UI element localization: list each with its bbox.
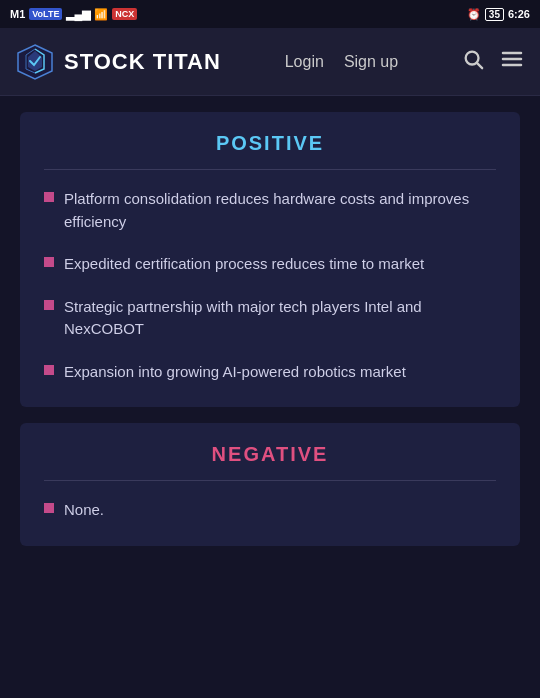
positive-list: Platform consolidation reduces hardware … [44,188,496,383]
list-item: None. [44,499,496,522]
nav-icons [462,47,524,76]
logo-area: STOCK TITAN [16,43,221,81]
search-icon [462,48,484,70]
positive-section: Positive Platform consolidation reduces … [20,112,520,407]
negative-list: None. [44,499,496,522]
main-content: Positive Platform consolidation reduces … [0,96,540,698]
positive-item-2: Expedited certification process reduces … [64,253,424,276]
list-item: Expedited certification process reduces … [44,253,496,276]
ncx-badge: NCX [112,8,137,20]
negative-title: Negative [44,443,496,466]
list-item: Strategic partnership with major tech pl… [44,296,496,341]
search-button[interactable] [462,48,484,75]
status-bar: M1 VoLTE ▂▄▆ 📶 NCX ⏰ 35 6:26 [0,0,540,28]
alarm-icon: ⏰ [467,8,481,21]
hamburger-icon [500,47,524,71]
clock: 6:26 [508,8,530,20]
positive-item-3: Strategic partnership with major tech pl… [64,296,496,341]
status-right: ⏰ 35 6:26 [467,8,530,21]
list-item: Platform consolidation reduces hardware … [44,188,496,233]
svg-line-2 [477,63,482,68]
bullet-icon [44,365,54,375]
bullet-icon [44,192,54,202]
battery-indicator: 35 [485,8,504,21]
logo-text: STOCK TITAN [64,49,221,75]
bullet-icon [44,503,54,513]
negative-divider [44,480,496,481]
negative-section: Negative None. [20,423,520,546]
signal-bars-icon: ▂▄▆ [66,8,90,21]
status-left: M1 VoLTE ▂▄▆ 📶 NCX [10,8,137,21]
bullet-icon [44,257,54,267]
login-link[interactable]: Login [285,53,324,71]
bullet-icon [44,300,54,310]
logo-icon [16,43,54,81]
positive-divider [44,169,496,170]
carrier-label: M1 [10,8,25,20]
negative-item-1: None. [64,499,104,522]
volte-badge: VoLTE [29,8,62,20]
positive-title: Positive [44,132,496,155]
signup-link[interactable]: Sign up [344,53,398,71]
menu-button[interactable] [500,47,524,76]
header: STOCK TITAN Login Sign up [0,28,540,96]
wifi-icon: 📶 [94,8,108,21]
list-item: Expansion into growing AI-powered roboti… [44,361,496,384]
nav-links: Login Sign up [285,53,398,71]
positive-item-1: Platform consolidation reduces hardware … [64,188,496,233]
positive-item-4: Expansion into growing AI-powered roboti… [64,361,406,384]
